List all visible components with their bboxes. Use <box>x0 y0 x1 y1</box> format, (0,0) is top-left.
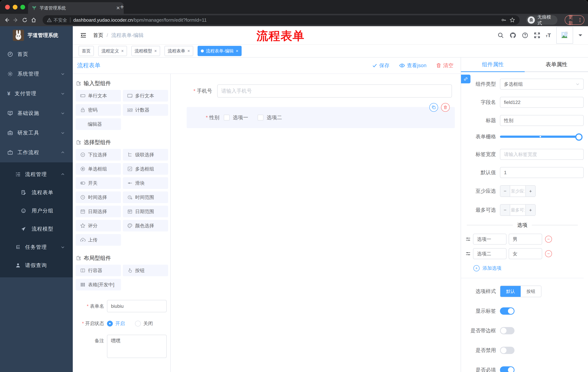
canvas-field-gender-selected[interactable]: 性别 选项一 选项二 <box>187 107 455 128</box>
browser-menu-icon[interactable] <box>579 18 581 22</box>
tag-close-icon[interactable]: × <box>236 48 238 53</box>
github-icon[interactable] <box>509 32 516 39</box>
palette-item-slider[interactable]: 滑块 <box>123 177 168 189</box>
palette-item-select[interactable]: 下拉选择 <box>76 149 121 160</box>
gender-option-1-checkbox[interactable]: 选项一 <box>224 114 248 121</box>
phone-input[interactable] <box>217 85 452 97</box>
slider-handle[interactable] <box>575 133 583 141</box>
tag-process-definition[interactable]: 流程定义× <box>98 46 127 56</box>
option-1-value-input[interactable] <box>509 234 542 244</box>
palette-item-radio-group[interactable]: 单选框组 <box>76 163 121 175</box>
palette-item-single-text[interactable]: 单行文本 <box>76 90 121 102</box>
browser-tab[interactable]: 芋道管理系统 ✕ <box>28 2 124 14</box>
add-option-button[interactable]: + 添加选项 <box>473 265 584 271</box>
gender-option-2-checkbox[interactable]: 选项二 <box>258 114 282 121</box>
tag-home[interactable]: 首页 <box>79 46 94 56</box>
min-select-input[interactable] <box>510 186 525 197</box>
style-default-button[interactable]: 默认 <box>500 286 521 297</box>
title-input[interactable] <box>500 115 584 126</box>
stepper-increase-button[interactable]: + <box>525 205 535 215</box>
tag-close-icon[interactable]: × <box>187 48 190 53</box>
drag-handle-icon[interactable] <box>465 251 471 257</box>
palette-item-checkbox-group[interactable]: 多选框组 <box>123 163 168 175</box>
tab-close-icon[interactable]: ✕ <box>116 5 120 11</box>
canvas-field-phone[interactable]: 手机号 <box>181 85 461 97</box>
label-width-input[interactable] <box>500 149 584 160</box>
sidebar-item-task-mgmt[interactable]: 任务管理 <box>0 238 73 256</box>
palette-item-row-container[interactable]: 行容器 <box>76 265 121 276</box>
sidebar-item-leave-query[interactable]: 请假查询 <box>0 256 73 275</box>
palette-item-button[interactable]: 按钮 <box>123 265 168 276</box>
new-tab-button[interactable]: + <box>120 4 124 10</box>
avatar-caret-icon[interactable] <box>578 34 582 38</box>
close-window-button[interactable] <box>5 5 10 10</box>
status-on-radio[interactable]: 开启 <box>107 320 125 327</box>
palette-item-color-picker[interactable]: 颜色选择 <box>123 220 168 232</box>
field-name-input[interactable] <box>500 97 584 108</box>
palette-item-cascade[interactable]: 级联选择 <box>123 149 168 160</box>
sidebar-item-process-model[interactable]: 流程模型 <box>0 220 73 238</box>
required-toggle[interactable] <box>500 366 514 372</box>
collapse-sidebar-icon[interactable] <box>80 32 87 39</box>
back-icon[interactable] <box>4 17 10 23</box>
breadcrumb-home[interactable]: 首页 <box>93 32 103 39</box>
form-canvas[interactable]: 手机号 性别 <box>171 74 461 372</box>
tag-process-form-edit[interactable]: 流程表单-编辑× <box>198 46 242 56</box>
status-off-radio[interactable]: 关闭 <box>135 320 153 327</box>
tag-process-form[interactable]: 流程表单× <box>165 46 193 56</box>
palette-item-date-picker[interactable]: 日期选择 <box>76 206 121 217</box>
palette-item-time-picker[interactable]: 时间选择 <box>76 191 121 203</box>
palette-item-date-range[interactable]: 日期范围 <box>123 206 168 217</box>
sidebar-item-dev-tools[interactable]: 研发工具 <box>0 123 73 143</box>
avatar[interactable] <box>556 27 573 44</box>
style-button-button[interactable]: 按钮 <box>521 286 541 297</box>
sidebar-item-workflow[interactable]: 工作流程 <box>0 143 73 162</box>
fullscreen-icon[interactable] <box>534 32 540 39</box>
forward-icon[interactable] <box>13 17 19 23</box>
view-json-button[interactable]: 查看json <box>399 62 426 69</box>
delete-component-button[interactable] <box>441 103 450 112</box>
palette-item-time-range[interactable]: 时间范围 <box>123 191 168 203</box>
sidebar-item-user-group[interactable]: 用户分组 <box>0 202 73 220</box>
max-select-input[interactable] <box>510 205 525 215</box>
sidebar-item-home[interactable]: 首页 <box>0 44 73 64</box>
address-bar[interactable]: 不安全 dashboard.yudao.iocoder.cn/bpm/manag… <box>42 15 520 25</box>
update-browser-button[interactable]: 更新 <box>565 15 584 25</box>
remove-option-button[interactable]: − <box>545 236 552 243</box>
password-key-icon[interactable] <box>501 17 506 23</box>
palette-item-multi-text[interactable]: 多行文本 <box>123 90 168 102</box>
palette-item-password[interactable]: 密码 <box>76 104 121 116</box>
minimize-window-button[interactable] <box>13 5 18 10</box>
help-icon[interactable] <box>522 32 528 39</box>
form-grid-slider[interactable] <box>500 136 579 138</box>
disabled-toggle[interactable] <box>500 347 514 354</box>
form-name-input[interactable] <box>107 300 167 312</box>
save-button[interactable]: 保存 <box>372 62 389 69</box>
stepper-decrease-button[interactable]: − <box>500 186 510 197</box>
stepper-increase-button[interactable]: + <box>525 186 535 197</box>
app-logo[interactable]: 芋道管理系统 <box>0 26 73 44</box>
border-toggle[interactable] <box>500 327 514 334</box>
default-value-input[interactable] <box>500 167 584 178</box>
copy-component-button[interactable] <box>429 103 438 112</box>
palette-item-table[interactable]: 表格[开发中] <box>76 279 121 290</box>
search-icon[interactable] <box>497 32 504 39</box>
palette-item-switch[interactable]: 开关 <box>76 177 121 189</box>
not-secure-badge[interactable]: 不安全 <box>47 17 67 23</box>
sidebar-item-infrastructure[interactable]: 基础设施 <box>0 103 73 123</box>
tab-form-props[interactable]: 表单属性 <box>525 57 588 71</box>
option-2-label-input[interactable] <box>473 248 506 259</box>
sidebar-item-process-form[interactable]: 流程表单 <box>0 183 73 202</box>
clear-button[interactable]: 清空 <box>436 62 453 69</box>
palette-item-rate[interactable]: 评分 <box>76 220 121 232</box>
drag-handle-icon[interactable] <box>465 236 471 242</box>
home-icon[interactable] <box>31 17 37 23</box>
palette-item-upload[interactable]: 上传 <box>76 234 121 246</box>
bookmark-star-icon[interactable] <box>509 17 515 23</box>
form-remark-textarea[interactable]: 嘿嘿 <box>107 335 167 358</box>
tab-component-props[interactable]: 组件属性 <box>461 57 525 71</box>
sidebar-item-payment[interactable]: ¥ 支付管理 <box>0 84 73 103</box>
font-size-icon[interactable]: тT <box>546 32 551 38</box>
sidebar-item-system[interactable]: 系统管理 <box>0 64 73 84</box>
tag-close-icon[interactable]: × <box>154 48 157 53</box>
